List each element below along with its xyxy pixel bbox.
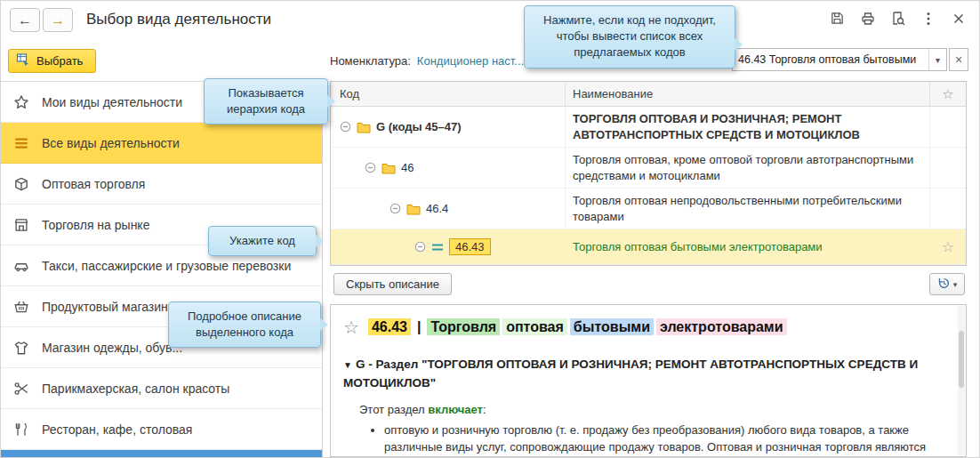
code-column-header[interactable]: Код: [331, 82, 566, 106]
close-icon[interactable]: [950, 10, 967, 27]
sidebar-item-label: Магазин одежды, обув...: [42, 341, 182, 355]
code-value: 46.43: [449, 238, 491, 255]
favorite-star-icon[interactable]: ☆: [930, 229, 966, 264]
includes-list: оптовую и розничную торговлю (т. е. прод…: [384, 422, 946, 456]
description-scrollbar[interactable]: [958, 306, 965, 455]
sidebar-item[interactable]: Парикмахерская, салон красоты: [1, 368, 322, 409]
includes-prefix: Этот раздел: [359, 403, 428, 416]
forward-arrow-icon: →: [51, 12, 65, 28]
code-value: G (коды 45–47): [376, 120, 462, 133]
code-combobox[interactable]: 46.43 Торговля оптовая бытовыми ▾: [732, 48, 947, 71]
folder-icon: [382, 162, 396, 174]
tree-body: G (коды 45–47)ТОРГОВЛЯ ОПТОВАЯ И РОЗНИЧН…: [331, 107, 966, 265]
hide-description-button[interactable]: Скрыть описание: [333, 273, 452, 295]
restaurant-icon: [12, 422, 30, 438]
sidebar-item[interactable]: Оптовая торговля: [1, 164, 322, 205]
title-part: бытовыми: [570, 318, 654, 335]
collapse-icon[interactable]: [340, 121, 351, 133]
title-part: Торговля: [427, 318, 500, 335]
favorite-star-icon[interactable]: [930, 148, 966, 188]
select-button-label: Выбрать: [36, 54, 83, 68]
more-menu-icon[interactable]: [920, 10, 936, 27]
favorite-star-icon[interactable]: ☆: [343, 317, 359, 338]
title-part: оптовая: [502, 318, 567, 335]
basket-icon: [12, 299, 30, 315]
sidebar-item-label: Продуктовый магазин: [42, 300, 168, 314]
code-combobox-value: 46.43 Торговля оптовая бытовыми: [733, 53, 928, 66]
description-title-text: 46.43|Торговляоптоваябытовымиэлектротова…: [368, 319, 790, 335]
code-name: Торговля оптовая, кроме оптовой торговли…: [566, 148, 930, 188]
sidebar-item-label: Все виды деятельности: [42, 136, 180, 150]
section-heading-text: G - Раздел "ТОРГОВЛЯ ОПТОВАЯ И РОЗНИЧНАЯ…: [343, 358, 918, 390]
print-icon[interactable]: [859, 10, 876, 27]
description-title: ☆ 46.43|Торговляоптоваябытовымиэлектрото…: [343, 317, 946, 338]
clear-code-button[interactable]: ×: [949, 48, 968, 71]
sidebar-item[interactable]: Все виды деятельности: [1, 123, 322, 164]
code-name: Торговля оптовая непродовольственными по…: [566, 189, 930, 229]
folder-icon: [406, 203, 421, 215]
includes-line: Этот раздел включает:: [359, 403, 946, 416]
code-value: 46: [401, 161, 414, 174]
tree-row[interactable]: 46.4Торговля оптовая непродовольственным…: [331, 189, 966, 229]
activity-selection-window: ← → Выбор вида деятельности Выбрать Номе…: [0, 0, 980, 458]
save-icon[interactable]: [829, 10, 846, 27]
tooltip-combo: Нажмите, если код не подходит, чтобы выв…: [524, 5, 735, 68]
title-part: 46.43: [368, 318, 411, 335]
tree-row[interactable]: G (коды 45–47)ТОРГОВЛЯ ОПТОВАЯ И РОЗНИЧН…: [331, 107, 966, 148]
market-icon: [12, 217, 30, 233]
includes-colon: :: [483, 403, 486, 416]
code-tree-table: Код Наименование ☆ G (коды 45–47)ТОРГОВЛ…: [330, 81, 967, 266]
sidebar-item[interactable]: Ресторан, кафе, столовая: [1, 409, 322, 450]
box-icon: [12, 176, 30, 192]
tree-row[interactable]: 46Торговля оптовая, кроме оптовой торгов…: [331, 148, 966, 189]
clothes-icon: [12, 340, 30, 356]
select-table-icon: [16, 52, 30, 69]
collapse-icon[interactable]: [390, 203, 401, 214]
collapse-icon[interactable]: [414, 241, 426, 253]
scissors-icon: [12, 381, 30, 397]
sidebar-item-label: Парикмахерская, салон красоты: [42, 382, 229, 396]
sidebar-item-label: Такси, пассажирские и грузовые перевозки: [42, 259, 291, 273]
tooltip-code: Укажите код: [208, 226, 317, 256]
title-part: |: [414, 318, 424, 335]
tooltip-description: Подробное описание выделенного кода: [168, 301, 321, 348]
sidebar-scrollbar[interactable]: [1, 450, 322, 457]
tooltip-hierarchy: Показывается иерархия кода: [204, 78, 328, 125]
includes-keyword: включает: [428, 403, 483, 416]
select-button[interactable]: Выбрать: [8, 49, 96, 73]
menu-icon: [12, 135, 30, 151]
folder-icon: [357, 121, 371, 133]
favorite-star-icon[interactable]: [930, 189, 966, 229]
favorite-star-icon[interactable]: [930, 107, 966, 147]
name-column-header[interactable]: Наименование: [566, 82, 930, 106]
collapse-icon[interactable]: [365, 162, 376, 173]
star-icon: ☆: [942, 86, 953, 102]
tree-row[interactable]: 46.43Торговля оптовая бытовыми электрото…: [331, 229, 966, 265]
nomenclature-label: Номенклатура:: [330, 54, 411, 68]
code-value: 46.4: [426, 202, 448, 215]
favorites-column-header[interactable]: ☆: [930, 82, 966, 106]
back-button[interactable]: ←: [10, 8, 40, 32]
title-part: электротоварами: [656, 318, 787, 335]
window-toolbar-icons: [829, 10, 967, 27]
nomenclature-link[interactable]: Кондиционер наст...: [417, 54, 524, 68]
section-heading[interactable]: ▼G - Раздел "ТОРГОВЛЯ ОПТОВАЯ И РОЗНИЧНА…: [343, 356, 946, 393]
star-icon: [12, 94, 30, 110]
sidebar-item-label: Мои виды деятельности: [42, 95, 182, 109]
includes-item: оптовую и розничную торговлю (т. е. прод…: [384, 422, 946, 456]
taxi-icon: [12, 258, 30, 274]
description-pane: ☆ 46.43|Торговляоптоваябытовымиэлектрото…: [330, 304, 967, 457]
code-name: ТОРГОВЛЯ ОПТОВАЯ И РОЗНИЧНАЯ; РЕМОНТ АВТ…: [566, 107, 930, 147]
history-button[interactable]: ▾: [929, 273, 965, 295]
print-preview-icon[interactable]: [889, 10, 906, 27]
sidebar-list: Мои виды деятельностиВсе виды деятельнос…: [1, 82, 322, 457]
chevron-down-icon[interactable]: ▾: [928, 49, 946, 70]
description-scrollbar-thumb[interactable]: [959, 331, 964, 388]
history-icon: [937, 277, 951, 293]
activity-sidebar: Мои виды деятельностиВсе виды деятельнос…: [1, 81, 323, 457]
collapse-triangle-icon: ▼: [343, 360, 352, 370]
chevron-down-icon: ▾: [953, 280, 958, 289]
sidebar-item-label: Ресторан, кафе, столовая: [42, 422, 192, 437]
forward-button[interactable]: →: [43, 8, 73, 32]
sidebar-item-label: Торговля на рынке: [42, 218, 149, 232]
